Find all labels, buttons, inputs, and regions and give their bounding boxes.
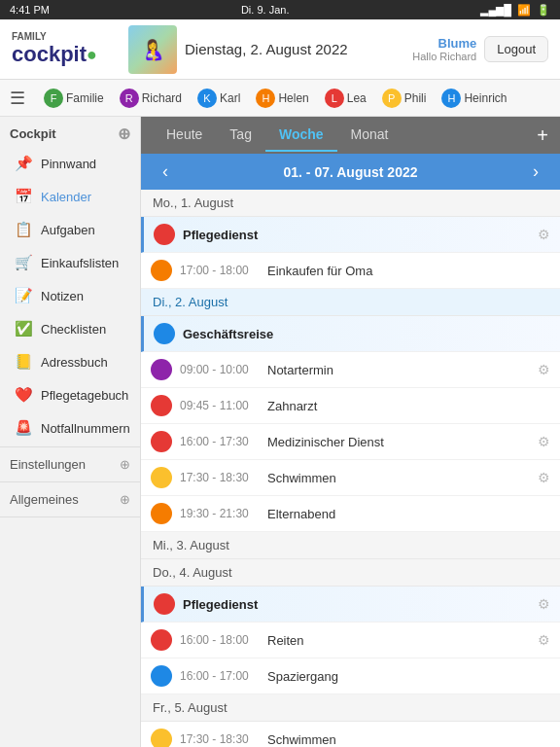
family-nav-label: Richard	[142, 91, 182, 105]
sidebar-section-einstellungen[interactable]: Einstellungen⊕	[0, 449, 140, 480]
event-row[interactable]: Geschäftsreise	[141, 316, 560, 352]
sidebar-item-label: Checklisten	[41, 322, 106, 337]
sidebar-section-title: Cockpit	[10, 126, 56, 141]
event-title: Geschäftsreise	[183, 327, 550, 341]
event-row[interactable]: 16:00 - 17:30Medizinischer Dienst⚙	[141, 424, 560, 460]
view-tab-woche[interactable]: Woche	[265, 119, 337, 152]
sidebar-item-pinnwand[interactable]: 📌Pinnwand	[0, 147, 140, 180]
add-event-button[interactable]: +	[537, 124, 548, 147]
sidebar-icon: ✅	[14, 320, 33, 338]
day-header: Fr., 5. August	[141, 694, 560, 722]
event-time: 17:30 - 18:30	[180, 471, 267, 484]
sidebar-item-adressbuch[interactable]: 📒Adressbuch	[0, 345, 140, 378]
family-nav-item-helen[interactable]: HHelen	[249, 85, 315, 112]
sidebar-item-aufgaben[interactable]: 📋Aufgaben	[0, 213, 140, 246]
event-time: 16:00 - 17:00	[180, 669, 267, 683]
event-title: Medizinischer Dienst	[267, 435, 534, 449]
sidebar-item-label: Notfallnummern	[41, 421, 130, 436]
sidebar-item-label: Aufgaben	[41, 223, 95, 237]
header-user: Blume Hallo Richard	[412, 36, 476, 62]
day-header: Di., 2. August	[141, 289, 560, 316]
event-row[interactable]: 19:30 - 21:30Elternabend	[141, 496, 560, 532]
sidebar-section-arrow: ⊕	[120, 457, 130, 472]
event-row[interactable]: 17:30 - 18:30Schwimmen⚙	[141, 460, 560, 496]
event-time: 16:00 - 18:00	[180, 633, 267, 647]
next-week-button[interactable]: ›	[523, 161, 548, 182]
view-tab-monat[interactable]: Monat	[337, 119, 402, 152]
event-title: Pflegedienst	[183, 228, 534, 242]
event-gear-icon[interactable]: ⚙	[538, 362, 550, 377]
event-avatar	[151, 395, 172, 416]
sidebar-section-cockpit: Cockpit ⊕	[0, 117, 140, 147]
day-header: Mi., 3. August	[141, 532, 560, 559]
event-row[interactable]: Pflegedienst⚙	[141, 587, 560, 622]
day-header: Do., 4. August	[141, 559, 560, 587]
sidebar-icon: 📒	[14, 353, 33, 371]
event-row[interactable]: 17:30 - 18:30Schwimmen	[141, 722, 560, 747]
event-row[interactable]: 16:00 - 18:00Reiten⚙	[141, 622, 560, 658]
family-nav-label: Familie	[66, 91, 104, 105]
family-nav-item-heinrich[interactable]: HHeinrich	[435, 85, 513, 112]
event-title: Pflegedienst	[183, 597, 534, 612]
event-avatar	[154, 224, 175, 245]
view-tab-heute[interactable]: Heute	[153, 119, 216, 152]
logo-family-text: FAMILY	[12, 31, 97, 42]
family-nav-label: Lea	[347, 91, 367, 105]
sidebar-item-pflegetagebuch[interactable]: ❤️Pflegetagebuch	[0, 378, 140, 411]
event-row[interactable]: 09:00 - 10:00Notartermin⚙	[141, 352, 560, 388]
family-nav-item-familie[interactable]: FFamilie	[37, 85, 111, 112]
wifi-icon: 📶	[517, 4, 531, 17]
family-nav-items: FFamilieRRichardKKarlHHelenLLeaPPhiliHHe…	[37, 85, 513, 112]
sidebar-icon: 🚨	[14, 419, 33, 437]
event-time: 16:00 - 17:30	[180, 435, 267, 448]
sidebar-icon: 🛒	[14, 254, 33, 271]
event-row[interactable]: Pflegedienst⚙	[141, 217, 560, 253]
sidebar-item-notizen[interactable]: 📝Notizen	[0, 279, 140, 312]
sidebar-item-kalender[interactable]: 📅Kalender	[0, 180, 140, 213]
app-header: FAMILY cockpit ● 🤱 Dienstag, 2. August 2…	[0, 19, 560, 80]
event-title: Notartermin	[267, 363, 534, 377]
event-gear-icon[interactable]: ⚙	[538, 596, 550, 612]
status-time: 4:41 PM	[10, 4, 50, 16]
event-title: Einkaufen für Oma	[267, 264, 550, 278]
view-tab-tag[interactable]: Tag	[216, 119, 265, 152]
event-gear-icon[interactable]: ⚙	[538, 434, 550, 449]
event-gear-icon[interactable]: ⚙	[538, 470, 550, 485]
logo: FAMILY cockpit ●	[12, 31, 128, 67]
sidebar-item-einkaufslisten[interactable]: 🛒Einkaufslisten	[0, 246, 140, 279]
prev-week-button[interactable]: ‹	[153, 161, 178, 182]
family-nav-item-lea[interactable]: LLea	[318, 85, 373, 112]
event-row[interactable]: 09:45 - 11:00Zahnarzt	[141, 388, 560, 424]
sidebar-section-allgemeines[interactable]: Allgemeines⊕	[0, 484, 140, 515]
event-title: Elternabend	[267, 507, 550, 521]
sidebar-section-label: Einstellungen	[10, 457, 86, 472]
family-nav-label: Heinrich	[464, 91, 507, 105]
main-layout: Cockpit ⊕ 📌Pinnwand📅Kalender📋Aufgaben🛒Ei…	[0, 117, 560, 747]
event-avatar	[151, 503, 172, 524]
sidebar-divider	[0, 516, 140, 517]
logout-button[interactable]: Logout	[484, 36, 548, 62]
event-avatar	[151, 729, 172, 747]
family-nav-label: Helen	[278, 91, 308, 105]
event-time: 09:00 - 10:00	[180, 363, 267, 376]
sidebar-sections-list: Einstellungen⊕Allgemeines⊕	[0, 449, 140, 517]
battery-icon: 🔋	[537, 4, 550, 17]
sidebar-icon: ❤️	[14, 386, 33, 404]
family-nav-item-phili[interactable]: PPhili	[375, 85, 434, 112]
event-title: Schwimmen	[267, 732, 550, 747]
event-title: Spaziergang	[267, 669, 550, 684]
event-time: 17:30 - 18:30	[180, 732, 267, 746]
family-nav-item-richard[interactable]: RRichard	[113, 85, 189, 112]
event-row[interactable]: 16:00 - 17:00Spaziergang	[141, 658, 560, 694]
sidebar-item-notfallnummern[interactable]: 🚨Notfallnummern	[0, 411, 140, 445]
event-gear-icon[interactable]: ⚙	[538, 632, 550, 648]
family-nav: ☰ FFamilieRRichardKKarlHHelenLLeaPPhiliH…	[0, 80, 560, 117]
family-nav-item-karl[interactable]: KKarl	[191, 85, 247, 112]
event-avatar	[154, 593, 175, 615]
sidebar-item-checklisten[interactable]: ✅Checklisten	[0, 312, 140, 345]
hamburger-icon[interactable]: ☰	[10, 88, 25, 109]
event-avatar	[151, 665, 172, 687]
event-gear-icon[interactable]: ⚙	[538, 227, 550, 242]
sidebar-item-label: Adressbuch	[41, 355, 108, 370]
event-row[interactable]: 17:00 - 18:00Einkaufen für Oma	[141, 253, 560, 289]
